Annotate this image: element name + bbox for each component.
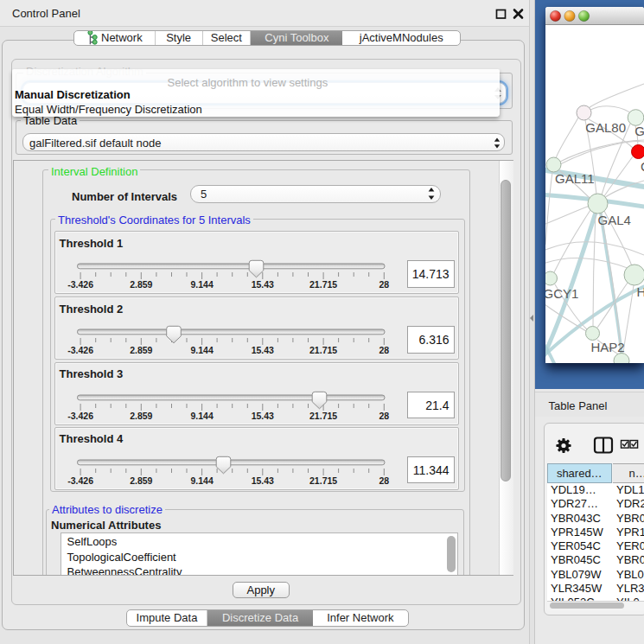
svg-text:2.859: 2.859: [130, 279, 152, 290]
svg-text:-3.426: -3.426: [67, 410, 93, 420]
svg-text:2.859: 2.859: [130, 345, 152, 355]
svg-text:2.859: 2.859: [130, 475, 152, 485]
svg-text:9.144: 9.144: [190, 410, 213, 420]
svg-text:21.715: 21.715: [309, 345, 337, 355]
svg-text:9.144: 9.144: [190, 279, 213, 290]
svg-text:HAP2: HAP2: [590, 339, 624, 354]
svg-text:9.144: 9.144: [190, 345, 213, 355]
svg-text:GAL4: GAL4: [597, 213, 630, 227]
svg-text:21.715: 21.715: [309, 410, 337, 420]
svg-text:28: 28: [379, 279, 389, 290]
svg-text:15.43: 15.43: [251, 345, 273, 355]
svg-text:-3.426: -3.426: [67, 279, 93, 290]
svg-text:GA: GA: [634, 123, 644, 137]
svg-text:2.859: 2.859: [130, 410, 152, 420]
svg-text:28: 28: [379, 345, 389, 355]
svg-text:CA: CA: [641, 158, 644, 173]
svg-text:HI: HI: [636, 284, 644, 298]
svg-text:21.715: 21.715: [309, 279, 337, 290]
svg-text:15.43: 15.43: [251, 410, 273, 420]
svg-text:GAL80: GAL80: [585, 119, 626, 134]
svg-text:-3.426: -3.426: [67, 475, 93, 485]
svg-text:9.144: 9.144: [190, 475, 213, 485]
svg-text:-3.426: -3.426: [67, 345, 93, 355]
svg-text:21.715: 21.715: [309, 475, 337, 485]
svg-text:GAL11: GAL11: [555, 170, 595, 185]
svg-text:15.43: 15.43: [251, 475, 273, 485]
svg-text:28: 28: [379, 475, 389, 485]
svg-text:15.43: 15.43: [251, 279, 273, 290]
svg-text:28: 28: [379, 410, 389, 420]
svg-text:GCY1: GCY1: [545, 285, 578, 300]
